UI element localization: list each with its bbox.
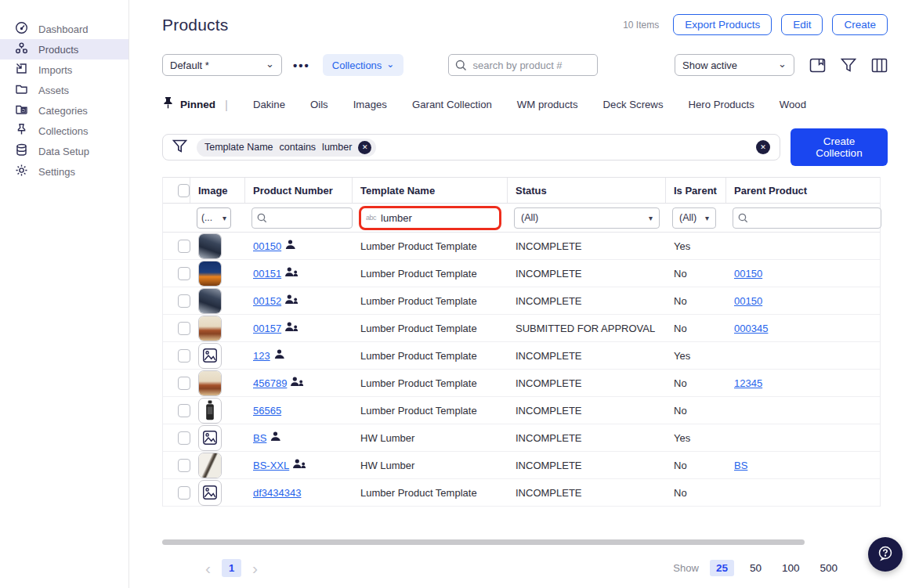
product-number-link[interactable]: 00157 xyxy=(253,323,281,334)
row-checkbox[interactable] xyxy=(178,349,190,363)
parent-product-link[interactable]: 00150 xyxy=(734,268,762,280)
is-parent-filter-select[interactable]: (All) ▾ xyxy=(672,207,716,229)
page-number-button[interactable]: 1 xyxy=(222,559,241,577)
row-checkbox[interactable] xyxy=(178,459,190,472)
more-options-button[interactable]: ••• xyxy=(293,59,310,72)
product-thumbnail[interactable] xyxy=(198,261,222,287)
status-cell: INCOMPLETE xyxy=(516,405,582,417)
help-icon xyxy=(875,543,895,566)
items-count: 10 Items xyxy=(623,20,659,31)
template-name-filter-input[interactable] xyxy=(381,212,494,224)
row-checkbox[interactable] xyxy=(178,294,190,308)
table-header-row: Image Product Number Template Name Statu… xyxy=(163,177,880,204)
pinned-tab-garant-collection[interactable]: Garant Collection xyxy=(412,99,492,110)
pinned-collections-bar: Pinned | Dakine Oils Images Garant Colle… xyxy=(162,96,888,113)
image-filter-select[interactable]: (... ▾ xyxy=(197,207,231,229)
page-size-25[interactable]: 25 xyxy=(710,560,734,576)
table-row: 456789Lumber Product TemplateINCOMPLETEN… xyxy=(163,370,880,397)
is-parent-cell: Yes xyxy=(674,350,690,362)
status-filter-select[interactable]: (All) ▾ xyxy=(514,207,660,229)
collections-dropdown-button[interactable]: Collections ⌄ xyxy=(323,54,404,76)
parent-product-link[interactable]: BS xyxy=(734,460,747,471)
row-checkbox[interactable] xyxy=(178,404,190,417)
image-placeholder-icon[interactable] xyxy=(198,425,222,451)
pinned-tab-deck-screws[interactable]: Deck Screws xyxy=(603,99,664,110)
previous-page-icon[interactable]: ‹ xyxy=(205,560,211,576)
filter-chip-field: Template Name xyxy=(204,142,273,153)
product-thumbnail[interactable] xyxy=(198,316,222,341)
product-number-link[interactable]: 56565 xyxy=(253,405,281,417)
filter-chip-value: lumber xyxy=(322,142,352,153)
row-checkbox[interactable] xyxy=(178,240,190,253)
collections-icon xyxy=(15,123,28,139)
row-checkbox[interactable] xyxy=(178,377,190,390)
create-button[interactable]: Create xyxy=(832,14,888,35)
products-table: Image Product Number Template Name Statu… xyxy=(162,177,881,507)
show-active-select[interactable]: Show active ⌄ xyxy=(675,54,794,76)
product-number-link[interactable]: 456789 xyxy=(253,377,287,389)
parent-product-link[interactable]: 12345 xyxy=(734,377,762,389)
saved-views-icon[interactable] xyxy=(809,58,826,73)
pinned-tab-hero-products[interactable]: Hero Products xyxy=(688,99,754,110)
row-checkbox[interactable] xyxy=(178,486,190,500)
pinned-tab-dakine[interactable]: Dakine xyxy=(253,99,285,110)
create-collection-button[interactable]: Create Collection xyxy=(791,128,888,166)
pinned-tab-wm-products[interactable]: WM products xyxy=(517,99,578,110)
product-thumbnail[interactable] xyxy=(198,453,222,478)
sidebar-item-dashboard[interactable]: Dashboard xyxy=(0,19,128,39)
sidebar-item-assets[interactable]: Assets xyxy=(0,80,128,100)
page-size-100[interactable]: 100 xyxy=(777,560,805,576)
sidebar-item-imports[interactable]: Imports xyxy=(0,60,128,80)
status-cell: INCOMPLETE xyxy=(516,460,582,471)
image-placeholder-icon[interactable] xyxy=(198,343,222,369)
template-name-filter-highlight: abc xyxy=(359,206,501,230)
product-number-link[interactable]: 00152 xyxy=(253,295,281,307)
horizontal-scrollbar[interactable] xyxy=(162,539,805,545)
clear-all-filters-icon[interactable]: ✕ xyxy=(756,140,770,154)
table-row: 00151Lumber Product TemplateINCOMPLETENo… xyxy=(163,260,880,287)
filter-chip-operator: contains xyxy=(280,142,317,153)
pinned-tab-images[interactable]: Images xyxy=(353,99,387,110)
row-checkbox[interactable] xyxy=(178,431,190,445)
edit-button[interactable]: Edit xyxy=(781,14,823,35)
product-number-link[interactable]: BS-XXL xyxy=(253,460,289,471)
column-header-parent-product: Parent Product xyxy=(726,178,881,203)
product-thumbnail[interactable] xyxy=(198,370,222,396)
product-thumbnail[interactable] xyxy=(198,233,222,259)
parent-product-link[interactable]: 00150 xyxy=(734,295,762,307)
help-button[interactable] xyxy=(868,537,903,572)
product-thumbnail[interactable] xyxy=(198,288,222,314)
remove-filter-icon[interactable]: ✕ xyxy=(358,141,371,154)
row-checkbox[interactable] xyxy=(178,267,190,280)
export-products-button[interactable]: Export Products xyxy=(673,14,772,35)
select-all-checkbox[interactable] xyxy=(178,184,190,197)
pinned-tab-oils[interactable]: Oils xyxy=(310,99,328,110)
table-row: 123Lumber Product TemplateINCOMPLETEYes xyxy=(163,342,880,370)
parent-product-filter-input[interactable] xyxy=(733,207,881,229)
columns-icon[interactable] xyxy=(871,58,888,73)
sidebar-item-settings[interactable]: Settings xyxy=(0,161,128,182)
product-search-input[interactable] xyxy=(448,54,598,76)
product-number-link[interactable]: df3434343 xyxy=(253,487,301,499)
page-size-50[interactable]: 50 xyxy=(745,560,766,576)
sidebar-item-categories[interactable]: Categories xyxy=(0,100,128,121)
next-page-icon[interactable]: › xyxy=(252,560,258,576)
sidebar-item-label: Products xyxy=(38,44,78,56)
row-checkbox[interactable] xyxy=(178,322,190,335)
product-number-link[interactable]: BS xyxy=(253,432,266,444)
sidebar-item-collections[interactable]: Collections xyxy=(0,121,128,141)
bottle-product-thumbnail[interactable] xyxy=(198,398,222,424)
product-number-link[interactable]: 00151 xyxy=(253,268,281,280)
product-number-link[interactable]: 00150 xyxy=(253,240,281,252)
sidebar-item-data-setup[interactable]: Data Setup xyxy=(0,141,128,161)
products-icon xyxy=(15,41,28,57)
page-size-500[interactable]: 500 xyxy=(815,560,842,576)
sidebar-item-label: Categories xyxy=(38,105,88,117)
product-number-link[interactable]: 123 xyxy=(253,350,270,362)
image-placeholder-icon[interactable] xyxy=(198,480,222,506)
view-select[interactable]: Default * ⌄ xyxy=(162,54,282,76)
filter-icon[interactable] xyxy=(841,58,856,73)
parent-product-link[interactable]: 000345 xyxy=(734,323,768,334)
pinned-tab-wood[interactable]: Wood xyxy=(780,99,806,110)
sidebar-item-products[interactable]: Products xyxy=(0,39,128,60)
